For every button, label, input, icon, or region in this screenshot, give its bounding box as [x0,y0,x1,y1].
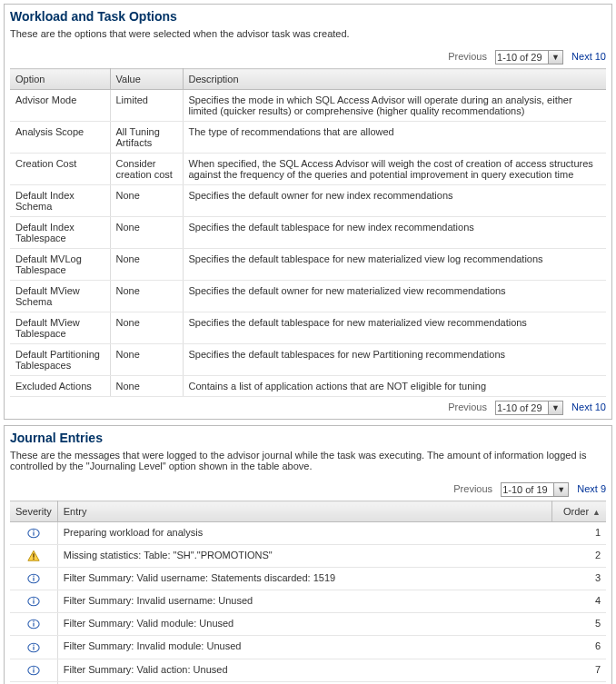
col-header-severity[interactable]: Severity [10,501,57,522]
pager-next-link[interactable]: Next 10 [571,401,606,412]
pager-range-select[interactable]: 1-10 of 19 ▼ [501,482,569,497]
cell-option: Default MView Schema [10,281,110,312]
pager-range-label: 1-10 of 29 [497,402,542,413]
cell-severity [10,545,57,568]
table-row: Preparing workload for analysis1 [10,522,606,545]
cell-description: When specified, the SQL Access Advisor w… [183,154,606,185]
svg-rect-5 [33,559,34,560]
cell-description: Specifies the mode in which SQL Access A… [183,90,606,122]
pager-prev: Previous [453,483,492,494]
svg-rect-11 [33,599,34,600]
cell-value: Limited [110,90,183,122]
cell-value: None [110,185,183,217]
cell-value: None [110,376,183,397]
table-row: Creation CostConsider creation costWhen … [10,154,606,185]
cell-entry: Missing statistics: Table: "SH"."PROMOTI… [57,545,551,568]
cell-description: Specifies the default owner for new mate… [183,281,606,312]
table-row: Filter Summary: Valid action: Unused7 [10,659,606,681]
cell-entry: Filter Summary: Valid module: Unused [57,613,551,636]
cell-value: None [110,312,183,344]
cell-severity [10,568,57,590]
pager-next-link[interactable]: Next 10 [571,51,606,62]
col-header-entry[interactable]: Entry [57,501,551,522]
table-row: Advisor ModeLimitedSpecifies the mode in… [10,90,606,122]
svg-rect-10 [33,600,34,604]
cell-entry: Preparing workload for analysis [57,522,551,545]
table-row: Default MVLog TablespaceNoneSpecifies th… [10,249,606,281]
cell-severity [10,659,57,681]
table-row: Filter Summary: Invalid username: Unused… [10,590,606,613]
order-label: Order [563,506,589,517]
cell-order: 1 [551,522,606,545]
info-icon [27,527,40,540]
pager-next-link[interactable]: Next 9 [577,483,606,494]
svg-rect-2 [33,530,34,531]
table-row: Default MView TablespaceNoneSpecifies th… [10,312,606,344]
cell-option: Default Partitioning Tablespaces [10,344,110,376]
svg-rect-8 [33,576,34,577]
col-header-desc[interactable]: Description [183,69,606,90]
cell-severity [10,590,57,613]
journal-table: Severity Entry Order▲ Preparing workload… [10,501,606,684]
workload-table: Option Value Description Advisor ModeLim… [10,68,606,397]
cell-severity [10,522,57,545]
dropdown-arrow-icon: ▼ [548,51,562,64]
cell-option: Advisor Mode [10,90,110,122]
cell-severity [10,613,57,636]
cell-option: Default Index Tablespace [10,217,110,249]
workload-desc: These are the options that were selected… [10,26,606,46]
cell-option: Default Index Schema [10,185,110,217]
cell-description: Specifies the default tablespaces for ne… [183,344,606,376]
col-header-option[interactable]: Option [10,69,110,90]
warning-icon [27,550,40,562]
col-header-order[interactable]: Order▲ [551,501,606,522]
cell-value: All Tuning Artifacts [110,122,183,154]
cell-order: 5 [551,613,606,636]
cell-value: None [110,281,183,312]
workload-pager-bottom: Previous 1-10 of 29 ▼ Next 10 [10,397,606,419]
table-row: Analysis ScopeAll Tuning ArtifactsThe ty… [10,122,606,154]
cell-description: Specifies the default owner for new inde… [183,185,606,217]
journal-title: Journal Entries [10,428,606,448]
table-row: Filter Summary: Valid username: Statemen… [10,568,606,590]
table-row: Default Index TablespaceNoneSpecifies th… [10,217,606,249]
pager-prev: Previous [448,51,487,62]
info-icon [27,572,40,585]
table-row: Filter Summary: Invalid module: Unused6 [10,636,606,659]
cell-value: None [110,344,183,376]
pager-range-select[interactable]: 1-10 of 29 ▼ [495,50,563,64]
svg-rect-14 [33,621,34,622]
table-row: Filter Summary: Valid module: Unused5 [10,613,606,636]
table-row: Default Index SchemaNoneSpecifies the de… [10,185,606,217]
pager-range-label: 1-10 of 19 [502,484,548,495]
workload-title: Workload and Task Options [10,6,606,26]
cell-option: Excluded Actions [10,376,110,397]
cell-option: Analysis Scope [10,122,110,154]
cell-entry: Filter Summary: Valid action: Unused [57,659,551,681]
svg-rect-17 [33,644,34,645]
cell-option: Creation Cost [10,154,110,185]
cell-order: 4 [551,590,606,613]
cell-entry: Filter Summary: Valid username: Statemen… [57,568,551,590]
cell-order: 2 [551,545,606,568]
workload-pager-top: Previous 1-10 of 29 ▼ Next 10 [10,46,606,68]
cell-option: Default MView Tablespace [10,312,110,344]
cell-description: Specifies the default tablespace for new… [183,312,606,344]
svg-rect-19 [33,669,34,672]
info-icon [27,641,40,654]
cell-description: The type of recommendations that are all… [183,122,606,154]
journal-pager-top: Previous 1-10 of 19 ▼ Next 9 [10,479,606,501]
dropdown-arrow-icon: ▼ [553,483,568,496]
svg-rect-16 [33,646,34,649]
table-row: Missing statistics: Table: "SH"."PROMOTI… [10,545,606,568]
sort-asc-icon: ▲ [592,508,601,517]
cell-value: None [110,249,183,281]
cell-order: 7 [551,659,606,681]
pager-prev: Previous [448,401,487,412]
workload-section: Workload and Task Options These are the … [4,4,612,420]
col-header-value[interactable]: Value [110,69,183,90]
cell-entry: Filter Summary: Invalid username: Unused [57,590,551,613]
cell-entry: Filter Summary: Invalid module: Unused [57,636,551,659]
svg-rect-20 [33,667,34,668]
pager-range-select[interactable]: 1-10 of 29 ▼ [495,401,563,415]
